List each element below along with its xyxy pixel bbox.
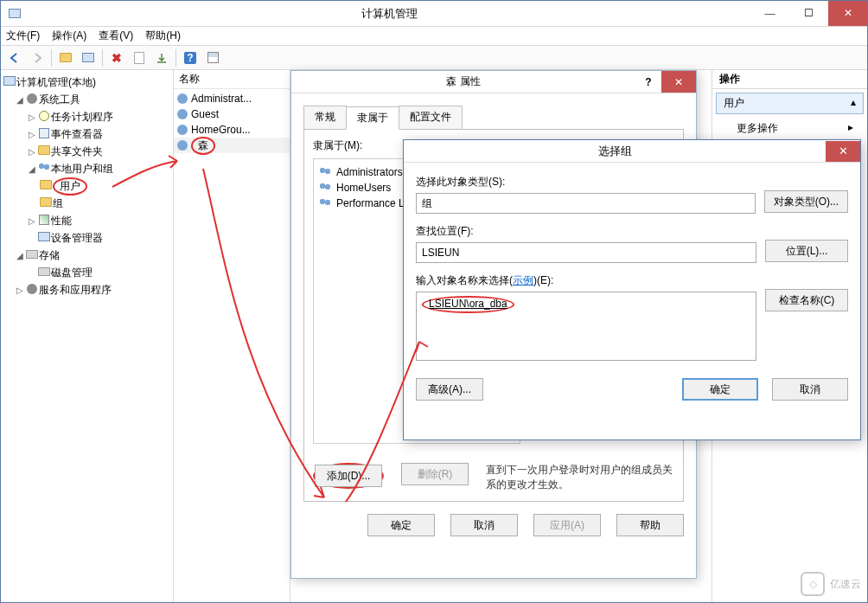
user-guest[interactable]: Guest xyxy=(174,106,290,122)
object-name-label: 输入对象名称来选择(示例)(E): xyxy=(416,273,756,288)
menubar: 文件(F) 操作(A) 查看(V) 帮助(H) xyxy=(1,27,867,46)
tab-general[interactable]: 常规 xyxy=(303,106,347,129)
app-icon xyxy=(4,3,25,24)
props-cancel-button[interactable]: 取消 xyxy=(450,514,518,536)
object-type-label: 选择此对象类型(S): xyxy=(416,175,756,189)
select-groups-title: 选择组 xyxy=(404,144,826,159)
actions-more-ops[interactable]: 更多操作▸ xyxy=(712,118,867,139)
menu-view[interactable]: 查看(V) xyxy=(99,29,133,43)
main-window: 计算机管理 — ☐ ✕ 文件(F) 操作(A) 查看(V) 帮助(H) ✖ ? … xyxy=(0,0,868,603)
close-button[interactable]: ✕ xyxy=(828,1,867,26)
object-types-button[interactable]: 对象类型(O)... xyxy=(764,190,848,213)
tab-profile[interactable]: 配置文件 xyxy=(399,106,463,129)
location-value: LSIEUN xyxy=(416,242,756,263)
properties-title: 森 属性 xyxy=(291,74,635,89)
selgrp-ok-button[interactable]: 确定 xyxy=(682,378,758,401)
actions-header: 操作 xyxy=(712,70,867,89)
add-button[interactable]: 添加(D)... xyxy=(315,465,382,487)
forward-button[interactable] xyxy=(27,48,48,67)
object-name-input[interactable]: LSIEUN\ora_dba xyxy=(416,292,756,361)
tree-storage[interactable]: ◢存储 xyxy=(1,247,173,264)
menu-help[interactable]: 帮助(H) xyxy=(145,29,181,43)
minimize-button[interactable]: — xyxy=(750,1,789,26)
props-apply-button[interactable]: 应用(A) xyxy=(533,514,601,536)
props-ok-button[interactable]: 确定 xyxy=(367,514,435,536)
tree-services-apps[interactable]: ▷服务和应用程序 xyxy=(1,281,173,298)
window-title: 计算机管理 xyxy=(29,6,750,22)
tree-device-manager[interactable]: 设备管理器 xyxy=(1,229,173,247)
tree-root[interactable]: 计算机管理(本地) xyxy=(1,74,173,91)
tree-disk-management[interactable]: 磁盘管理 xyxy=(1,264,173,281)
delete-button[interactable]: ✖ xyxy=(106,48,127,67)
refresh-button[interactable] xyxy=(129,48,150,67)
tile-button[interactable] xyxy=(202,48,223,67)
chevron-right-icon: ▸ xyxy=(848,121,853,136)
tab-memberof[interactable]: 隶属于 xyxy=(346,106,399,130)
up-button[interactable] xyxy=(55,48,76,67)
watermark-icon: ◇ xyxy=(801,572,825,596)
tree-performance[interactable]: ▷性能 xyxy=(1,212,173,229)
tree-task-scheduler[interactable]: ▷任务计划程序 xyxy=(1,108,173,125)
select-groups-close-button[interactable]: ✕ xyxy=(826,141,860,162)
help-button[interactable]: ? xyxy=(180,48,201,67)
maximize-button[interactable]: ☐ xyxy=(789,1,828,26)
watermark: ◇ 亿速云 xyxy=(801,572,861,596)
nav-tree: 计算机管理(本地) ◢系统工具 ▷任务计划程序 ▷事件查看器 ▷共享文件夹 ◢本… xyxy=(1,70,174,602)
list-header-name[interactable]: 名称 xyxy=(174,70,290,89)
user-list-panel: 名称 Administrat... Guest HomeGrou... 森 xyxy=(174,70,290,602)
memberof-note: 直到下一次用户登录时对用户的组成员关系的更改才生效。 xyxy=(486,463,674,492)
location-label: 查找位置(F): xyxy=(416,224,756,239)
actions-users-header[interactable]: 用户▴ xyxy=(716,93,864,114)
back-button[interactable] xyxy=(4,48,25,67)
tree-system-tools[interactable]: ◢系统工具 xyxy=(1,91,173,108)
tree-groups-folder[interactable]: 组 xyxy=(1,195,173,212)
tree-event-viewer[interactable]: ▷事件查看器 xyxy=(1,125,173,143)
tree-shared-folders[interactable]: ▷共享文件夹 xyxy=(1,143,173,160)
check-names-button[interactable]: 检查名称(C) xyxy=(765,289,848,311)
tree-users[interactable]: 用户 xyxy=(1,177,173,195)
properties-help-button[interactable]: ? xyxy=(635,76,661,88)
advanced-button[interactable]: 高级(A)... xyxy=(416,378,483,401)
properties-close-button[interactable]: ✕ xyxy=(661,71,696,93)
remove-button[interactable]: 删除(R) xyxy=(401,463,469,485)
example-link[interactable]: 示例 xyxy=(513,274,533,286)
user-administrator[interactable]: Administrat... xyxy=(174,91,290,106)
object-type-value: 组 xyxy=(416,193,756,214)
tree-local-users-groups[interactable]: ◢本地用户和组 xyxy=(1,160,173,177)
user-sen[interactable]: 森 xyxy=(174,138,290,153)
locations-button[interactable]: 位置(L)... xyxy=(765,240,848,262)
collapse-icon: ▴ xyxy=(851,96,856,111)
user-homegroup[interactable]: HomeGrou... xyxy=(174,122,290,138)
titlebar: 计算机管理 — ☐ ✕ xyxy=(1,1,867,27)
properties-button[interactable] xyxy=(78,48,99,67)
toolbar: ✖ ? xyxy=(1,46,867,70)
menu-file[interactable]: 文件(F) xyxy=(6,29,40,43)
menu-action[interactable]: 操作(A) xyxy=(52,29,86,43)
export-button[interactable] xyxy=(151,48,172,67)
select-groups-dialog: 选择组 ✕ 选择此对象类型(S): 组 对象类型(O)... 查找位置(F): xyxy=(403,139,861,440)
selgrp-cancel-button[interactable]: 取消 xyxy=(772,378,848,401)
props-help-button[interactable]: 帮助 xyxy=(616,514,684,536)
